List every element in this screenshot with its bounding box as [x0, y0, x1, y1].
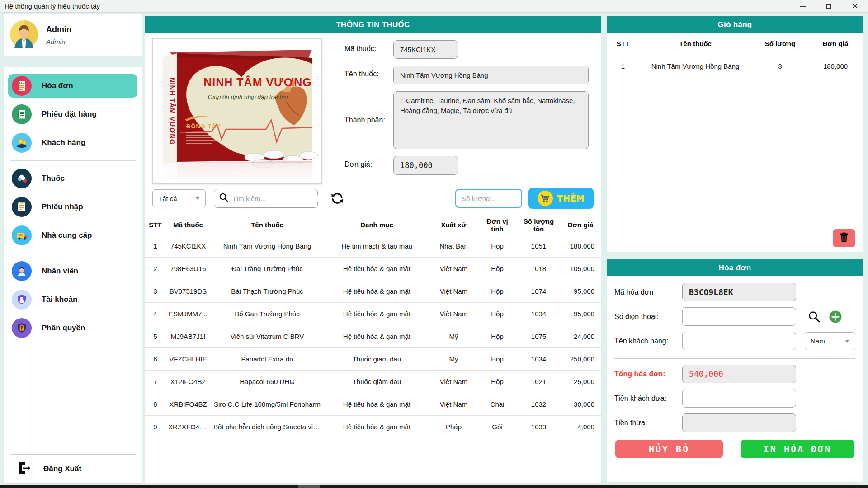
sidebar-item-tai-khoan[interactable]: Tài khoản: [8, 288, 137, 311]
invoice-code-field: B3CO9L8EK: [682, 283, 796, 301]
table-cell: Hệ tiêu hóa & gan mật: [324, 393, 430, 416]
table-cell: Việt Nam: [430, 303, 477, 325]
supplier-truck-icon: [12, 225, 32, 245]
table-row[interactable]: 1Ninh Tâm Vương Hồng Bàng3180,000: [607, 55, 863, 77]
table-cell: Bột pha hỗn dịch uống Smecta vị ca...: [211, 416, 324, 438]
sidebar-item-thuoc[interactable]: Thuốc: [8, 167, 137, 190]
table-cell: 180,000: [808, 55, 863, 77]
table-cell: Panadol Extra đỏ: [211, 348, 324, 371]
table-cell: 745KCI1KX: [165, 235, 211, 258]
table-row[interactable]: 7X12IFO4BZHapacol 650 DHGThuốc giảm đauV…: [145, 371, 601, 393]
sidebar-item-phieu-nhap[interactable]: Phiếu nhập: [8, 195, 137, 219]
sidebar-item-nha-cung-cap[interactable]: Nhà cung cấp: [8, 224, 137, 247]
column-header: Danh mục: [324, 215, 430, 235]
close-button[interactable]: ✕: [842, 0, 868, 12]
product-image: NINH TÂM VƯƠNG NINH TÂM VƯƠNG Giúp ổn đị…: [152, 38, 322, 184]
table-row[interactable]: 4ESMJMM7...Bổ Gan Trường PhúcHệ tiêu hóa…: [145, 303, 601, 325]
table-cell: X12IFO4BZ: [165, 371, 211, 393]
table-row[interactable]: 8XRBIFO4BZSiro C.C Life 100mg/5ml Foriph…: [145, 393, 601, 416]
table-cell: Hộp: [477, 303, 517, 325]
don-gia-label: Đơn giá:: [344, 156, 393, 175]
column-header: Tên thuốc: [211, 215, 324, 235]
table-cell: Bài Thạch Trường Phúc: [211, 280, 324, 303]
don-gia-field: 180,000: [393, 156, 458, 175]
table-row[interactable]: 3BV07519DSBài Thạch Trường PhúcHệ tiêu h…: [145, 280, 601, 303]
table-row[interactable]: 2798E63U16Đại Tràng Trường PhúcHệ tiêu h…: [145, 258, 601, 280]
table-cell: 1: [145, 235, 165, 258]
add-customer-button[interactable]: [829, 310, 842, 324]
sidebar-item-phieu-dat-hang[interactable]: Phiếu đặt hàng: [8, 103, 137, 126]
column-header: STT: [145, 215, 165, 235]
cash-given-input[interactable]: [682, 389, 796, 408]
search-input[interactable]: [232, 195, 322, 202]
table-row[interactable]: 9XRZXFO4BZBột pha hỗn dịch uống Smecta v…: [145, 416, 601, 438]
table-cell: 9: [145, 416, 165, 438]
logout-button[interactable]: Đăng Xuất: [4, 455, 142, 483]
table-cell: Gói: [477, 416, 517, 438]
ten-thuoc-field: Ninh Tâm Vương Hồng Bàng: [393, 66, 589, 84]
total-label: Tổng hóa đơn:: [614, 370, 682, 378]
table-cell: Việt Nam: [430, 393, 477, 416]
svg-text:NINH TÂM VƯƠNG: NINH TÂM VƯƠNG: [203, 75, 311, 89]
table-cell: Hộp: [477, 325, 517, 348]
thanh-phan-label: Thành phần:: [344, 116, 393, 124]
column-header: Số lượng tồn: [517, 215, 560, 235]
sidebar-item-label: Tài khoản: [42, 295, 77, 304]
table-cell: Hộp: [477, 371, 517, 393]
table-cell: 30,000: [560, 393, 601, 416]
table-cell: 25,000: [560, 371, 601, 393]
table-cell: Hệ tiêu hóa & gan mật: [324, 303, 430, 325]
invoice-code-label: Mã hóa đơn: [614, 288, 682, 296]
remove-from-cart-button[interactable]: [833, 229, 855, 247]
customers-icon: [12, 133, 32, 153]
thanh-phan-field: L-Carnitine, Taurine, Đan sâm, Khổ sâm b…: [393, 91, 589, 149]
window-titlebar: Hệ thống quản lý hiệu thuốc tây ✕: [0, 0, 868, 13]
sidebar-item-phan-quyen[interactable]: Phân quyền: [8, 316, 137, 340]
avatar: [10, 20, 38, 50]
table-cell: 7: [145, 371, 165, 393]
ma-thuoc-field: 745KCI1KX: [393, 40, 458, 59]
category-filter-select[interactable]: Tất cả: [152, 189, 206, 207]
table-cell: 180,000: [560, 235, 601, 258]
menu-divider: [10, 253, 136, 253]
table-cell: Thuốc giảm đau: [324, 348, 430, 371]
change-label: Tiền thừa:: [614, 419, 682, 427]
sidebar-item-nhan-vien[interactable]: Nhân viên: [8, 259, 137, 283]
table-cell: Hapacol 650 DHG: [211, 371, 324, 393]
account-shield-icon: [12, 290, 32, 310]
svg-text:Giúp ổn định nhịp đập trái tim: Giúp ổn định nhịp đập trái tim: [208, 94, 288, 100]
table-row[interactable]: 5MJ9AB7J1IViên sủi Vitatrum C BRVHệ tiêu…: [145, 325, 601, 348]
table-cell: Ninh Tâm Vương Hồng Bàng: [639, 55, 752, 77]
restore-button[interactable]: [816, 0, 842, 12]
quantity-input[interactable]: [455, 189, 522, 208]
customer-name-input[interactable]: [682, 332, 796, 350]
column-header: Đơn giá: [560, 215, 601, 235]
table-cell: 2: [145, 258, 165, 280]
sidebar-item-hoa-don[interactable]: $ Hóa đơn: [8, 74, 137, 98]
ma-thuoc-label: Mã thuốc:: [344, 40, 393, 59]
cancel-invoice-button[interactable]: HỦY BỎ: [615, 440, 723, 458]
table-cell: Mỹ: [430, 348, 477, 371]
table-cell: 1032: [517, 393, 560, 416]
add-to-cart-button[interactable]: THÊM: [528, 188, 594, 209]
table-row[interactable]: 1745KCI1KXNinh Tâm Vương Hồng BàngHệ tim…: [145, 235, 601, 258]
table-cell: ESMJMM7...: [165, 303, 211, 325]
refresh-button[interactable]: [330, 191, 345, 206]
menu-divider: [10, 160, 136, 161]
column-header: Xuất xứ: [430, 215, 477, 235]
cart-table: STTTên thuốcSố lượngĐơn giá1Ninh Tâm Vươ…: [607, 33, 863, 77]
change-field: [682, 413, 796, 432]
invoice-panel: Hóa đơn Mã hóa đơn B3CO9L8EK Số điện tho…: [607, 259, 863, 482]
table-row[interactable]: 6VFZCHLHIEPanadol Extra đỏThuốc giảm đau…: [145, 348, 601, 371]
invoice-icon: $: [12, 76, 32, 96]
sidebar-item-khach-hang[interactable]: Khách hàng: [8, 131, 137, 155]
minimize-button[interactable]: [789, 0, 816, 12]
table-cell: Hộp: [477, 235, 517, 258]
table-cell: Nhật Bản: [430, 235, 477, 258]
ten-thuoc-label: Tên thuốc:: [344, 66, 393, 84]
phone-search-button[interactable]: [808, 310, 821, 323]
gender-select[interactable]: Nam: [805, 332, 855, 350]
print-invoice-button[interactable]: IN HÓA ĐƠN: [741, 440, 854, 458]
phone-input[interactable]: [682, 307, 796, 326]
table-cell: Việt Nam: [430, 258, 477, 280]
